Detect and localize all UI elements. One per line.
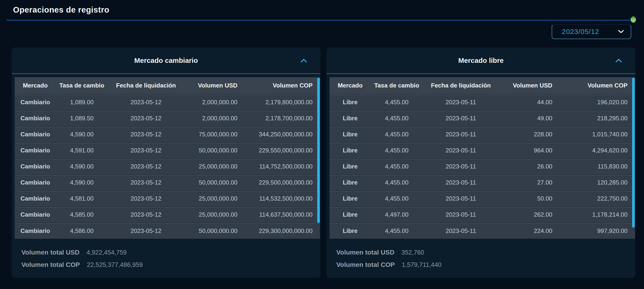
total-cop-label: Volumen total COP — [336, 261, 395, 268]
table-row: Cambiario4,590.002023-05-1275,000,000.00… — [15, 126, 320, 142]
column-header: Volumen COP — [562, 77, 635, 94]
table-cell: 2023-05-11 — [422, 207, 499, 223]
column-header: Volumen COP — [247, 77, 320, 94]
table-cell: 2023-05-11 — [422, 223, 499, 239]
total-cop-value: 1,579,711,440 — [402, 261, 442, 268]
table-cell: 1,089.00 — [56, 94, 108, 110]
column-header: Tasa de cambio — [56, 77, 108, 94]
date-select[interactable]: 2023/05/12 — [552, 24, 631, 39]
table-row: Libre4,455.002023-05-1144.00196,020.00 — [330, 94, 635, 110]
table-row: Libre4,455.002023-05-11228.001,015,740.0… — [330, 126, 635, 142]
total-usd-value: 352,760 — [402, 249, 424, 256]
table-cell: 4,581.00 — [56, 191, 108, 207]
table-cell: 2,000,000.00 — [184, 94, 247, 110]
vertical-scrollbar[interactable] — [632, 78, 635, 227]
table-cell: Cambiario — [15, 191, 56, 207]
table-row: Libre4,455.002023-05-1149.00218,295.00 — [330, 110, 635, 126]
table-cell: Cambiario — [15, 223, 56, 239]
column-header: Mercado — [15, 77, 56, 94]
table-cell: 4,455.00 — [371, 142, 422, 158]
column-header: Tasa de cambio — [371, 77, 422, 94]
table-cell: 4,455.00 — [371, 174, 422, 191]
total-usd-label: Volumen total USD — [336, 249, 394, 256]
table-cell: Libre — [330, 110, 371, 126]
table-cell: 218,295.00 — [562, 110, 635, 126]
table-cell: 2023-05-12 — [108, 126, 184, 142]
column-header: Volumen USD — [184, 77, 247, 94]
table-cell: Cambiario — [15, 94, 56, 110]
table-row: Libre4,455.002023-05-1126.00115,830.00 — [330, 158, 635, 174]
table-cell: 4,497.00 — [371, 207, 422, 223]
table-cell: Libre — [330, 126, 371, 142]
table-cell: 4,590.00 — [56, 158, 108, 174]
total-cop-label: Volumen total COP — [22, 261, 80, 268]
table-cell: 2023-05-12 — [108, 94, 184, 110]
column-header-row: MercadoTasa de cambioFecha de liquidació… — [330, 77, 635, 94]
table-cell: 2023-05-11 — [422, 126, 499, 142]
table-cell: Cambiario — [15, 158, 56, 174]
table-cell: 229,300,000,000.00 — [247, 223, 320, 239]
table-cell: 4,590.00 — [56, 126, 108, 142]
column-header-row: MercadoTasa de cambioFecha de liquidació… — [15, 77, 320, 94]
table-cell: 222,750.00 — [562, 191, 635, 207]
column-header: Fecha de liquidación — [108, 77, 184, 94]
table-cell: 75,000,000.00 — [184, 126, 247, 142]
table-cell: 25,000,000.00 — [184, 191, 247, 207]
table-cell: Cambiario — [15, 110, 56, 126]
table-scroll-area: MercadoTasa de cambioFecha de liquidació… — [15, 77, 320, 243]
collapse-panel-button[interactable] — [299, 56, 308, 66]
operations-table: MercadoTasa de cambioFecha de liquidació… — [15, 77, 320, 239]
table-cell: Libre — [330, 94, 371, 110]
vertical-scrollbar[interactable] — [317, 78, 320, 223]
table-cell: 2023-05-11 — [422, 142, 499, 158]
header-divider — [6, 20, 634, 21]
table-cell: Libre — [330, 223, 371, 239]
collapse-panel-button[interactable] — [614, 56, 623, 66]
panel-header: Mercado libre — [326, 48, 636, 74]
table-cell: 964.00 — [499, 142, 562, 158]
panel-mercado-libre: Mercado libre MercadoTasa de cambioFecha… — [326, 48, 636, 278]
table-row: Cambiario4,581.002023-05-1225,000,000.00… — [15, 191, 320, 207]
table-cell: 49.00 — [499, 110, 562, 126]
table-row: Cambiario4,590.002023-05-1225,000,000.00… — [15, 158, 320, 174]
table-cell: 2023-05-11 — [422, 174, 499, 191]
table-cell: 4,585.00 — [56, 207, 108, 223]
table-scroll-area: MercadoTasa de cambioFecha de liquidació… — [330, 77, 635, 243]
table-cell: 2023-05-12 — [108, 207, 184, 223]
table-cell: Cambiario — [15, 126, 56, 142]
table-cell: 50,000,000.00 — [184, 142, 247, 158]
table-row: Cambiario4,591.002023-05-1250,000,000.00… — [15, 142, 320, 158]
table-cell: 2023-05-12 — [108, 142, 184, 158]
column-header: Fecha de liquidación — [422, 77, 499, 94]
table-cell: 229,500,000,000.00 — [247, 174, 320, 191]
table-cell: 4,591.00 — [56, 142, 108, 158]
table-cell: 2023-05-12 — [108, 158, 184, 174]
table-cell: Libre — [330, 142, 371, 158]
totals-section: Volumen total USD 4,922,454,759 Volumen … — [12, 243, 320, 278]
table-cell: 25,000,000.00 — [184, 158, 247, 174]
table-cell: 196,020.00 — [562, 94, 635, 110]
table-cell: 224.00 — [499, 223, 562, 239]
green-status-indicator — [631, 18, 636, 23]
table-cell: 2023-05-11 — [422, 158, 499, 174]
table-cell: 2,178,700,000.00 — [247, 110, 320, 126]
table-cell: 2,179,800,000.00 — [247, 94, 320, 110]
table-cell: 2023-05-11 — [422, 94, 499, 110]
table-cell: 115,830.00 — [562, 158, 635, 174]
table-row: Cambiario1,089.002023-05-122,000,000.002… — [15, 94, 320, 110]
table-cell: 2,000,000.00 — [184, 110, 247, 126]
column-header: Volumen USD — [499, 77, 562, 94]
total-usd-label: Volumen total USD — [22, 249, 80, 256]
table-cell: 2023-05-12 — [108, 174, 184, 191]
totals-section: Volumen total USD 352,760 Volumen total … — [326, 243, 636, 278]
table-cell: 50,000,000.00 — [184, 223, 247, 239]
table-cell: 26.00 — [499, 158, 562, 174]
table-row: Libre4,455.002023-05-1127.00120,285.00 — [330, 174, 635, 191]
table-cell: 25,000,000.00 — [184, 207, 247, 223]
table-cell: Cambiario — [15, 207, 56, 223]
table-row: Libre4,497.002023-05-11262.001,178,214.0… — [330, 207, 635, 223]
table-cell: Libre — [330, 174, 371, 191]
table-cell: 2023-05-12 — [108, 191, 184, 207]
table-cell: 50,000,000.00 — [184, 174, 247, 191]
table-cell: 1,178,214.00 — [562, 207, 635, 223]
